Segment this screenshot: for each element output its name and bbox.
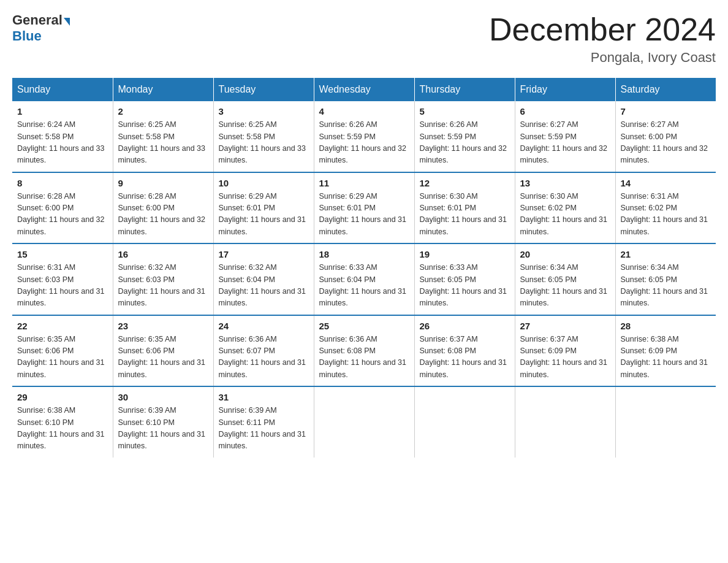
calendar-day-cell: 21 Sunrise: 6:34 AM Sunset: 6:05 PM Dayl…: [615, 243, 716, 315]
day-number: 9: [118, 178, 208, 188]
day-number: 12: [420, 178, 510, 188]
day-number: 18: [319, 249, 409, 259]
calendar-day-cell: 24 Sunrise: 6:36 AM Sunset: 6:07 PM Dayl…: [213, 315, 314, 387]
day-number: 25: [319, 321, 409, 331]
day-number: 1: [17, 106, 108, 117]
calendar-day-cell: 20 Sunrise: 6:34 AM Sunset: 6:05 PM Dayl…: [515, 243, 615, 315]
day-info: Sunrise: 6:28 AM Sunset: 6:00 PM Dayligh…: [17, 191, 108, 239]
day-info: Sunrise: 6:36 AM Sunset: 6:07 PM Dayligh…: [219, 334, 309, 381]
location: Pongala, Ivory Coast: [489, 50, 716, 66]
day-number: 2: [118, 106, 208, 117]
day-number: 30: [118, 392, 208, 402]
weekday-header-row: Sunday Monday Tuesday Wednesday Thursday…: [12, 78, 716, 101]
day-number: 22: [17, 321, 108, 331]
calendar-day-cell: 14 Sunrise: 6:31 AM Sunset: 6:02 PM Dayl…: [615, 172, 716, 244]
day-info: Sunrise: 6:33 AM Sunset: 6:04 PM Dayligh…: [319, 262, 409, 310]
header-tuesday: Tuesday: [213, 78, 314, 101]
calendar-day-cell: 25 Sunrise: 6:36 AM Sunset: 6:08 PM Dayl…: [314, 315, 414, 387]
calendar-day-cell: 26 Sunrise: 6:37 AM Sunset: 6:08 PM Dayl…: [414, 315, 515, 387]
calendar-day-cell: 11 Sunrise: 6:29 AM Sunset: 6:01 PM Dayl…: [314, 172, 414, 244]
day-info: Sunrise: 6:29 AM Sunset: 6:01 PM Dayligh…: [219, 191, 309, 239]
day-number: 17: [219, 249, 309, 259]
calendar-day-cell: [615, 386, 716, 458]
day-number: 6: [520, 106, 610, 117]
calendar-week-row: 22 Sunrise: 6:35 AM Sunset: 6:06 PM Dayl…: [12, 315, 716, 387]
day-number: 15: [17, 249, 108, 259]
day-info: Sunrise: 6:24 AM Sunset: 5:58 PM Dayligh…: [17, 119, 108, 167]
day-info: Sunrise: 6:33 AM Sunset: 6:05 PM Dayligh…: [420, 262, 510, 310]
day-info: Sunrise: 6:35 AM Sunset: 6:06 PM Dayligh…: [118, 334, 208, 381]
calendar-day-cell: 22 Sunrise: 6:35 AM Sunset: 6:06 PM Dayl…: [12, 315, 113, 387]
calendar-day-cell: 8 Sunrise: 6:28 AM Sunset: 6:00 PM Dayli…: [12, 172, 113, 244]
day-info: Sunrise: 6:28 AM Sunset: 6:00 PM Dayligh…: [118, 191, 208, 239]
day-number: 29: [17, 392, 108, 402]
day-info: Sunrise: 6:35 AM Sunset: 6:06 PM Dayligh…: [17, 334, 108, 381]
day-info: Sunrise: 6:37 AM Sunset: 6:09 PM Dayligh…: [520, 334, 610, 381]
day-info: Sunrise: 6:34 AM Sunset: 6:05 PM Dayligh…: [520, 262, 610, 310]
day-info: Sunrise: 6:39 AM Sunset: 6:10 PM Dayligh…: [118, 405, 208, 453]
calendar-day-cell: 18 Sunrise: 6:33 AM Sunset: 6:04 PM Dayl…: [314, 243, 414, 315]
day-info: Sunrise: 6:26 AM Sunset: 5:59 PM Dayligh…: [319, 119, 409, 167]
title-block: December 2024 Pongala, Ivory Coast: [489, 12, 716, 66]
day-info: Sunrise: 6:25 AM Sunset: 5:58 PM Dayligh…: [118, 119, 208, 167]
day-number: 26: [420, 321, 510, 331]
day-number: 23: [118, 321, 208, 331]
day-number: 21: [621, 249, 711, 259]
logo: GeneralBlue: [12, 12, 70, 45]
page-header: GeneralBlue December 2024 Pongala, Ivory…: [12, 12, 716, 66]
day-number: 24: [219, 321, 309, 331]
month-title: December 2024: [489, 12, 716, 47]
calendar-day-cell: 27 Sunrise: 6:37 AM Sunset: 6:09 PM Dayl…: [515, 315, 615, 387]
calendar-day-cell: 5 Sunrise: 6:26 AM Sunset: 5:59 PM Dayli…: [414, 101, 515, 172]
calendar-day-cell: 2 Sunrise: 6:25 AM Sunset: 5:58 PM Dayli…: [113, 101, 213, 172]
calendar-day-cell: 19 Sunrise: 6:33 AM Sunset: 6:05 PM Dayl…: [414, 243, 515, 315]
day-info: Sunrise: 6:32 AM Sunset: 6:04 PM Dayligh…: [219, 262, 309, 310]
calendar-day-cell: 16 Sunrise: 6:32 AM Sunset: 6:03 PM Dayl…: [113, 243, 213, 315]
day-number: 31: [219, 392, 309, 402]
calendar-day-cell: 1 Sunrise: 6:24 AM Sunset: 5:58 PM Dayli…: [12, 101, 113, 172]
calendar-day-cell: [314, 386, 414, 458]
calendar-day-cell: 10 Sunrise: 6:29 AM Sunset: 6:01 PM Dayl…: [213, 172, 314, 244]
header-monday: Monday: [113, 78, 213, 101]
day-info: Sunrise: 6:38 AM Sunset: 6:09 PM Dayligh…: [621, 334, 711, 381]
day-info: Sunrise: 6:30 AM Sunset: 6:02 PM Dayligh…: [520, 191, 610, 239]
calendar-week-row: 29 Sunrise: 6:38 AM Sunset: 6:10 PM Dayl…: [12, 386, 716, 458]
calendar-day-cell: 3 Sunrise: 6:25 AM Sunset: 5:58 PM Dayli…: [213, 101, 314, 172]
logo-blue: Blue: [12, 28, 42, 44]
calendar-day-cell: 4 Sunrise: 6:26 AM Sunset: 5:59 PM Dayli…: [314, 101, 414, 172]
day-number: 19: [420, 249, 510, 259]
day-number: 20: [520, 249, 610, 259]
day-number: 7: [621, 106, 711, 117]
day-info: Sunrise: 6:29 AM Sunset: 6:01 PM Dayligh…: [319, 191, 409, 239]
calendar-day-cell: 31 Sunrise: 6:39 AM Sunset: 6:11 PM Dayl…: [213, 386, 314, 458]
calendar-week-row: 1 Sunrise: 6:24 AM Sunset: 5:58 PM Dayli…: [12, 101, 716, 172]
day-info: Sunrise: 6:27 AM Sunset: 5:59 PM Dayligh…: [520, 119, 610, 167]
day-info: Sunrise: 6:37 AM Sunset: 6:08 PM Dayligh…: [420, 334, 510, 381]
day-number: 16: [118, 249, 208, 259]
calendar-day-cell: 17 Sunrise: 6:32 AM Sunset: 6:04 PM Dayl…: [213, 243, 314, 315]
day-number: 11: [319, 178, 409, 188]
day-info: Sunrise: 6:39 AM Sunset: 6:11 PM Dayligh…: [219, 405, 309, 453]
calendar-day-cell: 30 Sunrise: 6:39 AM Sunset: 6:10 PM Dayl…: [113, 386, 213, 458]
day-number: 13: [520, 178, 610, 188]
calendar-day-cell: 6 Sunrise: 6:27 AM Sunset: 5:59 PM Dayli…: [515, 101, 615, 172]
day-info: Sunrise: 6:31 AM Sunset: 6:02 PM Dayligh…: [621, 191, 711, 239]
day-number: 27: [520, 321, 610, 331]
day-info: Sunrise: 6:31 AM Sunset: 6:03 PM Dayligh…: [17, 262, 108, 310]
calendar-day-cell: [515, 386, 615, 458]
day-number: 3: [219, 106, 309, 117]
calendar-day-cell: 13 Sunrise: 6:30 AM Sunset: 6:02 PM Dayl…: [515, 172, 615, 244]
header-saturday: Saturday: [615, 78, 716, 101]
day-number: 4: [319, 106, 409, 117]
day-info: Sunrise: 6:34 AM Sunset: 6:05 PM Dayligh…: [621, 262, 711, 310]
day-info: Sunrise: 6:25 AM Sunset: 5:58 PM Dayligh…: [219, 119, 309, 167]
day-number: 14: [621, 178, 711, 188]
day-info: Sunrise: 6:32 AM Sunset: 6:03 PM Dayligh…: [118, 262, 208, 310]
day-number: 28: [621, 321, 711, 331]
calendar-day-cell: 12 Sunrise: 6:30 AM Sunset: 6:01 PM Dayl…: [414, 172, 515, 244]
day-info: Sunrise: 6:26 AM Sunset: 5:59 PM Dayligh…: [420, 119, 510, 167]
header-thursday: Thursday: [414, 78, 515, 101]
header-wednesday: Wednesday: [314, 78, 414, 101]
calendar-day-cell: 29 Sunrise: 6:38 AM Sunset: 6:10 PM Dayl…: [12, 386, 113, 458]
day-info: Sunrise: 6:36 AM Sunset: 6:08 PM Dayligh…: [319, 334, 409, 381]
